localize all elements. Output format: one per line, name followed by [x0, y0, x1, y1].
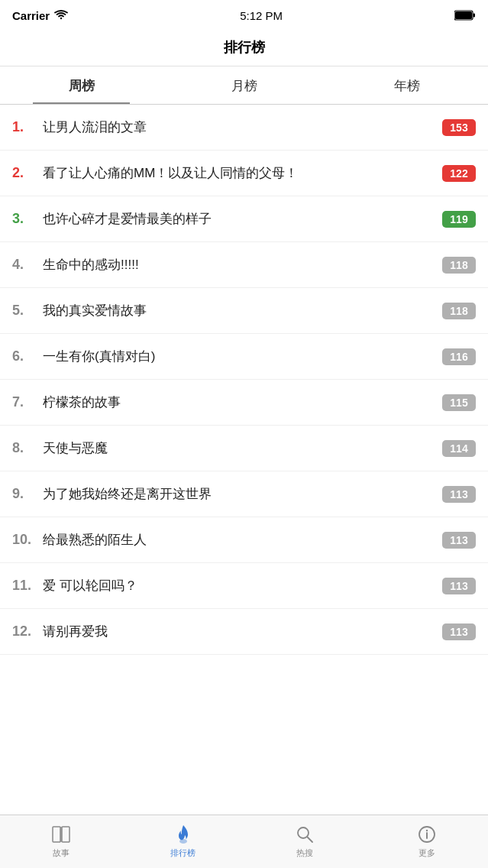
- rank-title: 生命中的感动!!!!!: [43, 256, 435, 274]
- svg-rect-1: [455, 11, 472, 19]
- rank-title: 我的真实爱情故事: [43, 302, 435, 320]
- rank-number: 3.: [12, 211, 43, 227]
- svg-rect-4: [62, 827, 69, 842]
- rank-badge: 119: [442, 211, 476, 228]
- bottom-tab-ranking-label: 排行榜: [170, 847, 196, 859]
- story-icon: [51, 824, 71, 844]
- svg-rect-2: [473, 14, 475, 18]
- segment-tabs: 周榜 月榜 年榜: [0, 66, 488, 105]
- bottom-tab-search-label: 热搜: [296, 847, 313, 859]
- ranking-item-7[interactable]: 7. 柠檬茶的故事 115: [0, 380, 488, 426]
- rank-number: 2.: [12, 165, 43, 181]
- status-bar-time: 5:12 PM: [240, 9, 283, 22]
- rank-title: 也许心碎才是爱情最美的样子: [43, 210, 435, 228]
- rank-badge: 114: [442, 440, 476, 457]
- rank-title: 天使与恶魔: [43, 439, 435, 458]
- wifi-icon: [54, 10, 68, 21]
- rank-badge: 116: [442, 348, 476, 365]
- rank-title: 为了她我始终还是离开这世界: [43, 485, 435, 504]
- rank-title: 请别再爱我: [43, 623, 435, 641]
- svg-line-8: [308, 837, 313, 843]
- ranking-icon: [173, 824, 193, 844]
- ranking-item-10[interactable]: 10. 给最熟悉的陌生人 113: [0, 517, 488, 563]
- bottom-tab-search[interactable]: 热搜: [244, 824, 367, 859]
- tab-week[interactable]: 周榜: [0, 66, 163, 104]
- rank-badge: 113: [442, 532, 476, 549]
- ranking-list: 1. 让男人流泪的文章 153 2. 看了让人心痛的MM！以及让人同情的父母！ …: [0, 105, 488, 655]
- status-bar-left: Carrier: [12, 9, 68, 22]
- page-title: 排行榜: [224, 40, 265, 55]
- rank-badge: 118: [442, 257, 476, 274]
- bottom-tab-more[interactable]: 更多: [366, 824, 488, 859]
- rank-title: 爱 可以轮回吗？: [43, 577, 435, 595]
- search-icon: [295, 824, 315, 844]
- rank-badge: 115: [442, 394, 476, 411]
- ranking-item-12[interactable]: 12. 请别再爱我 113: [0, 609, 488, 655]
- ranking-item-9[interactable]: 9. 为了她我始终还是离开这世界 113: [0, 471, 488, 517]
- rank-title: 让男人流泪的文章: [43, 118, 435, 137]
- page-title-bar: 排行榜: [0, 31, 488, 66]
- rank-number: 11.: [12, 578, 43, 594]
- rank-badge: 153: [442, 119, 476, 136]
- ranking-item-3[interactable]: 3. 也许心碎才是爱情最美的样子 119: [0, 196, 488, 242]
- rank-number: 5.: [12, 303, 43, 319]
- ranking-item-1[interactable]: 1. 让男人流泪的文章 153: [0, 105, 488, 151]
- rank-number: 8.: [12, 440, 43, 456]
- rank-number: 1.: [12, 119, 43, 135]
- svg-rect-3: [53, 827, 60, 842]
- tab-month[interactable]: 月榜: [163, 66, 325, 104]
- rank-number: 7.: [12, 394, 43, 410]
- bottom-tab-more-label: 更多: [419, 847, 435, 859]
- ranking-item-11[interactable]: 11. 爱 可以轮回吗？ 113: [0, 563, 488, 609]
- rank-number: 4.: [12, 257, 43, 273]
- status-bar: Carrier 5:12 PM: [0, 0, 488, 31]
- ranking-item-6[interactable]: 6. 一生有你(真情对白) 116: [0, 334, 488, 380]
- rank-badge: 122: [442, 165, 476, 182]
- bottom-tab-ranking[interactable]: 排行榜: [122, 824, 244, 859]
- carrier-label: Carrier: [12, 9, 50, 22]
- battery-icon: [454, 10, 476, 21]
- rank-title: 给最熟悉的陌生人: [43, 531, 435, 549]
- rank-title: 一生有你(真情对白): [43, 348, 435, 366]
- more-icon: [417, 824, 437, 844]
- rank-number: 10.: [12, 532, 43, 548]
- rank-number: 12.: [12, 623, 43, 640]
- rank-badge: 113: [442, 623, 476, 640]
- rank-badge: 113: [442, 578, 476, 594]
- tab-year[interactable]: 年榜: [325, 66, 488, 104]
- svg-point-6: [179, 839, 187, 844]
- rank-number: 9.: [12, 486, 43, 502]
- ranking-item-8[interactable]: 8. 天使与恶魔 114: [0, 426, 488, 471]
- ranking-item-4[interactable]: 4. 生命中的感动!!!!! 118: [0, 242, 488, 288]
- rank-number: 6.: [12, 348, 43, 364]
- status-bar-right: [454, 10, 476, 21]
- rank-badge: 113: [442, 486, 476, 503]
- ranking-item-2[interactable]: 2. 看了让人心痛的MM！以及让人同情的父母！ 122: [0, 151, 488, 196]
- rank-title: 柠檬茶的故事: [43, 394, 435, 412]
- bottom-tab-story[interactable]: 故事: [0, 824, 122, 859]
- ranking-item-5[interactable]: 5. 我的真实爱情故事 118: [0, 288, 488, 334]
- rank-title: 看了让人心痛的MM！以及让人同情的父母！: [43, 164, 435, 183]
- rank-badge: 118: [442, 303, 476, 319]
- svg-point-11: [426, 830, 428, 831]
- bottom-tab-story-label: 故事: [53, 847, 69, 859]
- bottom-tab-bar: 故事 排行榜 热搜 更多: [0, 815, 488, 868]
